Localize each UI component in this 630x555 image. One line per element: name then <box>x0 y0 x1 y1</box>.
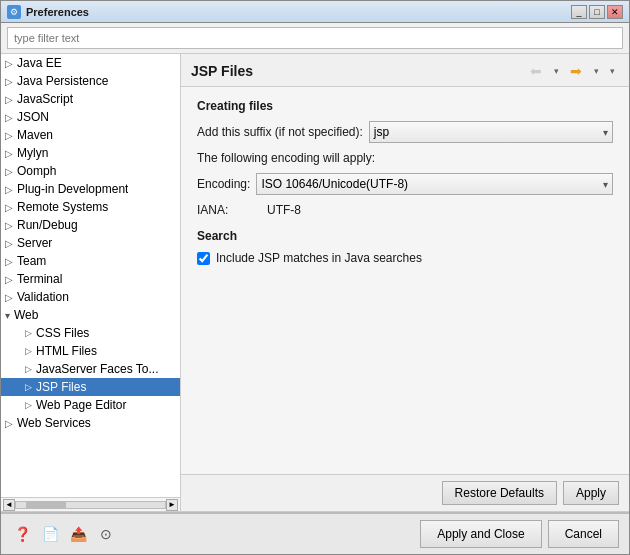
sidebar-label-validation: Validation <box>17 290 69 304</box>
suffix-dropdown-arrow: ▾ <box>603 127 608 138</box>
sidebar-item-jsf[interactable]: ▷JavaServer Faces To... <box>1 360 180 378</box>
sidebar-list: ▷Java EE▷Java Persistence▷JavaScript▷JSO… <box>1 54 180 497</box>
sidebar-label-jsf: JavaServer Faces To... <box>36 362 159 376</box>
sidebar-item-web[interactable]: ▾Web <box>1 306 180 324</box>
sidebar-label-html-files: HTML Files <box>36 344 97 358</box>
sidebar-arrow-oomph: ▷ <box>5 166 13 177</box>
right-panel: JSP Files ⬅ ▾ ➡ ▾ ▾ Creating files Add t… <box>181 54 629 511</box>
encoding-control: ISO 10646/Unicode(UTF-8) ▾ <box>256 173 613 195</box>
window-icon: ⚙ <box>7 5 21 19</box>
sidebar-label-terminal: Terminal <box>17 272 62 286</box>
suffix-value: jsp <box>374 125 389 139</box>
panel-body: Creating files Add this suffix (if not s… <box>181 87 629 474</box>
sidebar-arrow-web-services: ▷ <box>5 418 13 429</box>
preferences-window: ⚙ Preferences _ □ ✕ ▷Java EE▷Java Persis… <box>0 0 630 555</box>
bottom-actions: Apply and Close Cancel <box>420 520 619 548</box>
export-icon[interactable]: 📤 <box>67 523 89 545</box>
sidebar-item-terminal[interactable]: ▷Terminal <box>1 270 180 288</box>
sidebar-arrow-team: ▷ <box>5 256 13 267</box>
help-icon[interactable]: ❓ <box>11 523 33 545</box>
scroll-thumb <box>26 502 66 508</box>
include-jsp-label: Include JSP matches in Java searches <box>216 251 422 265</box>
include-jsp-checkbox[interactable] <box>197 252 210 265</box>
following-text-row: The following encoding will apply: <box>197 151 613 165</box>
sidebar-item-server[interactable]: ▷Server <box>1 234 180 252</box>
sidebar-label-remote-systems: Remote Systems <box>17 200 108 214</box>
sidebar-label-json: JSON <box>17 110 49 124</box>
sidebar-item-java-ee[interactable]: ▷Java EE <box>1 54 180 72</box>
sidebar-item-html-files[interactable]: ▷HTML Files <box>1 342 180 360</box>
forward-button[interactable]: ➡ <box>565 60 587 82</box>
scroll-track[interactable] <box>15 501 166 509</box>
sidebar-item-json[interactable]: ▷JSON <box>1 108 180 126</box>
menu-dropdown[interactable]: ▾ <box>605 60 619 82</box>
sidebar-arrow-web-page-editor: ▷ <box>25 400 32 410</box>
encoding-row: Encoding: ISO 10646/Unicode(UTF-8) ▾ <box>197 173 613 195</box>
sidebar-arrow-plug-in-development: ▷ <box>5 184 13 195</box>
sidebar-item-css-files[interactable]: ▷CSS Files <box>1 324 180 342</box>
panel-title: JSP Files <box>191 63 253 79</box>
filter-input[interactable] <box>7 27 623 49</box>
apply-button[interactable]: Apply <box>563 481 619 505</box>
sidebar-item-remote-systems[interactable]: ▷Remote Systems <box>1 198 180 216</box>
sidebar-arrow-run-debug: ▷ <box>5 220 13 231</box>
sidebar-arrow-jsp-files: ▷ <box>25 382 32 392</box>
back-button[interactable]: ⬅ <box>525 60 547 82</box>
sidebar-item-web-page-editor[interactable]: ▷Web Page Editor <box>1 396 180 414</box>
sidebar-item-web-services[interactable]: ▷Web Services <box>1 414 180 432</box>
search-title: Search <box>197 229 613 243</box>
encoding-label: Encoding: <box>197 177 250 191</box>
sidebar-label-javascript: JavaScript <box>17 92 73 106</box>
search-section: Search Include JSP matches in Java searc… <box>197 229 613 265</box>
restore-defaults-button[interactable]: Restore Defaults <box>442 481 557 505</box>
sidebar-arrow-remote-systems: ▷ <box>5 202 13 213</box>
sidebar-label-web-page-editor: Web Page Editor <box>36 398 127 412</box>
sidebar-item-java-persistence[interactable]: ▷Java Persistence <box>1 72 180 90</box>
sidebar-label-mylyn: Mylyn <box>17 146 48 160</box>
include-jsp-row: Include JSP matches in Java searches <box>197 251 613 265</box>
scroll-right-button[interactable]: ► <box>166 499 178 511</box>
apply-and-close-button[interactable]: Apply and Close <box>420 520 541 548</box>
sidebar-item-oomph[interactable]: ▷Oomph <box>1 162 180 180</box>
bottom-bar: ❓ 📄 📤 ⊙ Apply and Close Cancel <box>1 512 629 554</box>
sidebar-item-run-debug[interactable]: ▷Run/Debug <box>1 216 180 234</box>
panel-header: JSP Files ⬅ ▾ ➡ ▾ ▾ <box>181 54 629 87</box>
sidebar-arrow-java-ee: ▷ <box>5 58 13 69</box>
suffix-dropdown[interactable]: jsp ▾ <box>369 121 613 143</box>
bottom-icons: ❓ 📄 📤 ⊙ <box>11 523 117 545</box>
page-icon[interactable]: 📄 <box>39 523 61 545</box>
encoding-dropdown-arrow: ▾ <box>603 179 608 190</box>
window-title: Preferences <box>26 6 571 18</box>
sidebar-arrow-html-files: ▷ <box>25 346 32 356</box>
suffix-control: jsp ▾ <box>369 121 613 143</box>
maximize-button[interactable]: □ <box>589 5 605 19</box>
filter-bar <box>1 23 629 54</box>
encoding-dropdown[interactable]: ISO 10646/Unicode(UTF-8) ▾ <box>256 173 613 195</box>
minimize-button[interactable]: _ <box>571 5 587 19</box>
sidebar-item-javascript[interactable]: ▷JavaScript <box>1 90 180 108</box>
back-dropdown[interactable]: ▾ <box>549 60 563 82</box>
sidebar-label-run-debug: Run/Debug <box>17 218 78 232</box>
sidebar: ▷Java EE▷Java Persistence▷JavaScript▷JSO… <box>1 54 181 511</box>
sidebar-item-team[interactable]: ▷Team <box>1 252 180 270</box>
iana-label: IANA: <box>197 203 267 217</box>
close-button[interactable]: ✕ <box>607 5 623 19</box>
sidebar-item-maven[interactable]: ▷Maven <box>1 126 180 144</box>
iana-row: IANA: UTF-8 <box>197 203 613 217</box>
sidebar-arrow-web: ▾ <box>5 310 10 321</box>
sidebar-item-mylyn[interactable]: ▷Mylyn <box>1 144 180 162</box>
sidebar-label-maven: Maven <box>17 128 53 142</box>
panel-footer: Restore Defaults Apply <box>181 474 629 511</box>
encoding-value: ISO 10646/Unicode(UTF-8) <box>261 177 408 191</box>
sidebar-item-validation[interactable]: ▷Validation <box>1 288 180 306</box>
sidebar-label-java-persistence: Java Persistence <box>17 74 108 88</box>
sidebar-label-web-services: Web Services <box>17 416 91 430</box>
sidebar-arrow-server: ▷ <box>5 238 13 249</box>
sidebar-item-jsp-files[interactable]: ▷JSP Files <box>1 378 180 396</box>
forward-dropdown[interactable]: ▾ <box>589 60 603 82</box>
cancel-button[interactable]: Cancel <box>548 520 619 548</box>
sidebar-item-plug-in-development[interactable]: ▷Plug-in Development <box>1 180 180 198</box>
window-controls: _ □ ✕ <box>571 5 623 19</box>
settings-icon[interactable]: ⊙ <box>95 523 117 545</box>
scroll-left-button[interactable]: ◄ <box>3 499 15 511</box>
